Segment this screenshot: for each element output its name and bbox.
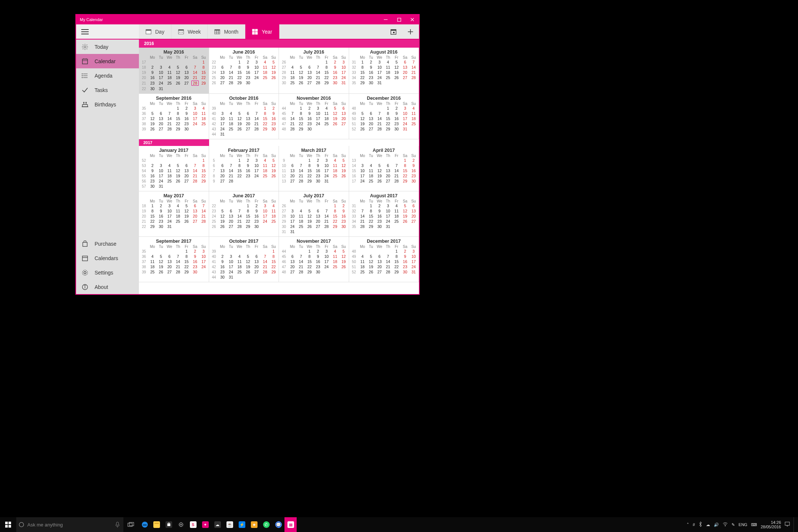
task-view-button[interactable]	[123, 517, 138, 532]
month-cell[interactable]: December 2016MoTuWeThFrSaSu4812344956789…	[349, 94, 419, 139]
taskbar-app-generic3[interactable]: ★	[248, 517, 260, 532]
sidebar-item-tasks[interactable]: Tasks	[76, 83, 139, 97]
svg-rect-78	[785, 522, 790, 525]
month-title: January 2017	[140, 148, 208, 153]
sun-icon	[81, 44, 89, 50]
month-cell[interactable]: December 2017MoTuWeThFrSaSu4812349456789…	[349, 237, 419, 282]
sidebar-item-settings[interactable]: Settings	[76, 265, 139, 280]
tray-keyboard-icon[interactable]: ⌨	[751, 522, 757, 527]
svg-rect-64	[5, 525, 8, 528]
tray-wifi-icon[interactable]	[723, 522, 728, 527]
tab-month-label: Month	[224, 29, 238, 35]
month-title: June 2017	[210, 193, 278, 198]
tray-chevron-icon[interactable]: ˄	[687, 522, 689, 527]
month-cell[interactable]: August 2016MoTuWeThFrSaSu311234567328910…	[349, 48, 419, 94]
month-cell[interactable]: July 2016MoTuWeThFrSaSu26123274567891028…	[279, 48, 349, 94]
tab-year-label: Year	[262, 29, 272, 35]
titlebar[interactable]: My Calendar	[76, 15, 419, 24]
show-desktop-button[interactable]	[794, 517, 796, 532]
tab-month[interactable]: Month	[208, 24, 245, 39]
sidebar-item-agenda[interactable]: Agenda	[76, 68, 139, 83]
sidebar-item-purchase[interactable]: Purchase	[76, 236, 139, 251]
svg-point-61	[85, 285, 85, 286]
tray-time: 14:26	[761, 520, 781, 525]
month-title: September 2017	[140, 239, 208, 244]
taskbar-app-store[interactable]	[163, 517, 175, 532]
taskbar-app-explorer[interactable]	[150, 517, 163, 532]
month-cell[interactable]: September 2016MoTuWeThFrSaSu351234365678…	[139, 94, 209, 139]
hamburger-button[interactable]	[76, 24, 139, 39]
goto-today-button[interactable]	[385, 24, 402, 39]
month-cell[interactable]: May 2017MoTuWeThFrSaSu181234567198910111…	[139, 191, 209, 237]
svg-point-46	[82, 75, 83, 76]
month-title: June 2016	[210, 50, 278, 55]
taskbar-app-generic2[interactable]: ☕	[224, 517, 236, 532]
month-cell[interactable]: October 2017MoTuWeThFrSaSu39140234567841…	[209, 237, 279, 282]
list-icon	[81, 72, 89, 79]
month-cell[interactable]: January 2017MoTuWeThFrSaSu52153234567854…	[139, 146, 209, 191]
sidebar-item-today[interactable]: Today	[76, 40, 139, 54]
add-event-button[interactable]	[402, 24, 419, 39]
search-box[interactable]: Ask me anything	[16, 517, 123, 532]
month-cell[interactable]: June 2017MoTuWeThFrSaSu22123423567891011…	[209, 191, 279, 237]
taskbar-app-slack[interactable]: S	[187, 517, 199, 532]
month-cell[interactable]: March 2017MoTuWeThFrSaSu9123451067891011…	[279, 146, 349, 191]
month-cell[interactable]: November 2016MoTuWeThFrSaSu4412345645789…	[279, 94, 349, 139]
taskbar-app-messenger[interactable]: ⚡	[236, 517, 248, 532]
tray-hash-icon[interactable]: #	[693, 522, 695, 527]
tray-clock[interactable]: 14:26 28/05/2016	[761, 520, 781, 529]
tray-notifications-icon[interactable]	[785, 522, 790, 528]
taskbar-app-twitter[interactable]: ✦	[199, 517, 211, 532]
week-icon	[178, 29, 184, 35]
tray-bluetooth-icon[interactable]	[699, 522, 702, 528]
svg-rect-8	[146, 30, 151, 31]
svg-rect-10	[178, 30, 184, 31]
svg-line-37	[87, 45, 88, 45]
day-icon	[146, 29, 151, 35]
calendars-icon	[81, 255, 89, 262]
month-cell[interactable]: February 2017MoTuWeThFrSaSu5123456678910…	[209, 146, 279, 191]
sidebar-about-label: About	[95, 284, 108, 290]
month-cell[interactable]: August 2017MoTuWeThFrSaSu311234563278910…	[349, 191, 419, 237]
minimize-button[interactable]	[379, 15, 392, 24]
tray-volume-icon[interactable]: 🔊	[714, 522, 719, 527]
svg-rect-54	[83, 242, 87, 246]
taskbar-app-groove[interactable]	[175, 517, 187, 532]
svg-point-77	[725, 525, 726, 526]
taskbar-app-edge[interactable]	[138, 517, 150, 532]
toolbar: Day Week Month Year	[76, 24, 419, 40]
month-cell[interactable]: September 2017MoTuWeThFrSaSu351233645678…	[139, 237, 209, 282]
maximize-button[interactable]	[392, 15, 406, 24]
tray-language[interactable]: ENG	[739, 522, 747, 527]
year-sub-header: 2017	[139, 139, 209, 146]
month-title: November 2016	[280, 96, 348, 101]
tray-onedrive-icon[interactable]: ☁	[706, 522, 710, 527]
close-button[interactable]	[406, 15, 419, 24]
sidebar-item-calendar[interactable]: Calendar	[76, 54, 139, 68]
sidebar-item-birthdays[interactable]: Birthdays	[76, 97, 139, 112]
calendar-scroll[interactable]: May 2016MoTuWeThFrSaSu171182345678199101…	[139, 48, 419, 294]
svg-rect-12	[181, 32, 181, 33]
view-tabs: Day Week Month Year	[139, 24, 279, 39]
taskbar-app-messenger2[interactable]: 💬	[272, 517, 284, 532]
taskbar-app-generic1[interactable]: ☁	[211, 517, 224, 532]
tab-week[interactable]: Week	[171, 24, 208, 39]
year-header: 2016	[139, 40, 419, 48]
window-title: My Calendar	[76, 17, 379, 22]
month-cell[interactable]: October 2016MoTuWeThFrSaSu39124034567894…	[209, 94, 279, 139]
month-cell[interactable]: June 2016MoTuWeThFrSaSu22123452367891011…	[209, 48, 279, 94]
month-cell[interactable]: April 2017MoTuWeThFrSaSu1312143456789151…	[349, 146, 419, 191]
sidebar-purchase-label: Purchase	[95, 241, 116, 247]
sidebar-item-calendars[interactable]: Calendars	[76, 251, 139, 265]
tab-day[interactable]: Day	[139, 24, 171, 39]
start-button[interactable]	[0, 517, 16, 532]
tray-pen-icon[interactable]: ✎	[732, 522, 735, 527]
taskbar-app-mycalendar[interactable]: ▦	[284, 517, 297, 532]
taskbar-app-whatsapp[interactable]: ✆	[260, 517, 272, 532]
month-cell[interactable]: May 2016MoTuWeThFrSaSu171182345678199101…	[139, 48, 209, 94]
tab-year[interactable]: Year	[245, 24, 279, 39]
taskbar: Ask me anything S ✦ ☁ ☕ ⚡ ★ ✆ 💬 ▦ ˄ # ☁	[0, 517, 798, 532]
sidebar-item-about[interactable]: About	[76, 280, 139, 294]
month-cell[interactable]: November 2017MoTuWeThFrSaSu4412345456789…	[279, 237, 349, 282]
month-cell[interactable]: July 2017MoTuWeThFrSaSu26122734567892810…	[279, 191, 349, 237]
